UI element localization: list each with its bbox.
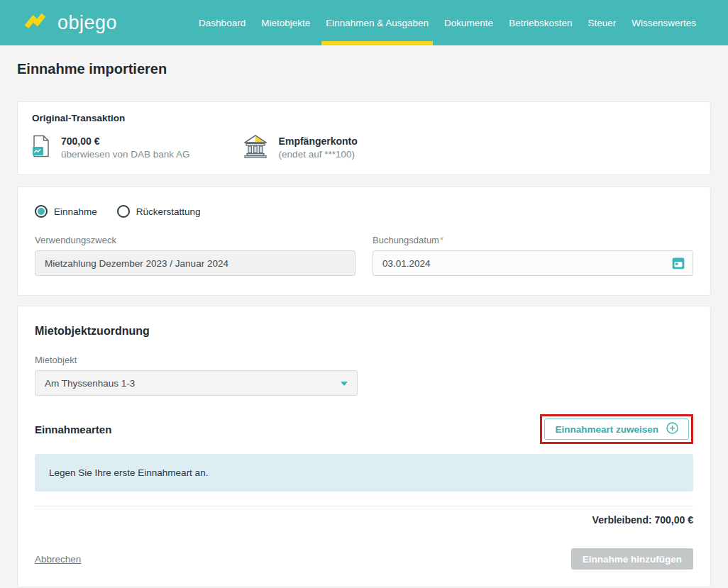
radio-einnahme-circle[interactable] xyxy=(35,205,48,218)
nav-item-mietobjekte[interactable]: Mietobjekte xyxy=(253,0,318,45)
divider xyxy=(35,506,693,506)
income-types-row: Einnahmearten Einnahmeart zuweisen xyxy=(35,414,693,444)
booking-date-input[interactable] xyxy=(373,250,693,276)
bank-icon xyxy=(243,133,268,162)
account-subtitle: (endet auf ***100) xyxy=(279,149,358,160)
income-types-title: Einnahmearten xyxy=(35,423,111,436)
assignment-card: Mietobjektzuordnung Mietobjekt Am Thysse… xyxy=(17,306,711,587)
booking-date-field-group: Buchungsdatum* xyxy=(373,235,693,276)
original-transaction-title: Original-Transaktion xyxy=(32,113,696,123)
transaction-account-group: Empfängerkonto (endet auf ***100) xyxy=(243,133,358,162)
transaction-amount: 700,00 € xyxy=(61,135,190,147)
logo-zigzag-icon xyxy=(24,12,50,34)
document-icon xyxy=(32,134,50,161)
account-title: Empfängerkonto xyxy=(279,135,358,147)
transaction-source: überwiesen von DAB bank AG xyxy=(61,149,190,160)
radio-einnahme[interactable]: Einnahme xyxy=(35,205,97,218)
form-fields-row: Verwendungszweck Buchungsdatum* xyxy=(35,235,693,276)
property-label: Mietobjekt xyxy=(35,355,693,365)
radio-rueckerstattung[interactable]: Rückerstattung xyxy=(117,205,201,218)
nav-item-dashboard[interactable]: Dashboard xyxy=(191,0,253,45)
nav-item-betriebskosten[interactable]: Betriebskosten xyxy=(501,0,580,45)
booking-date-label: Buchungsdatum* xyxy=(373,235,693,245)
property-select-value: Am Thyssenhaus 1-3 xyxy=(45,378,135,389)
page-title: Einnahme importieren xyxy=(17,61,711,77)
brand-name: objego xyxy=(57,12,117,34)
cancel-link[interactable]: Abbrechen xyxy=(35,554,81,565)
property-select[interactable]: Am Thyssenhaus 1-3 xyxy=(35,370,358,396)
red-highlight-box: Einnahmeart zuweisen xyxy=(540,414,693,444)
required-marker: * xyxy=(440,235,443,245)
transaction-row: 700,00 € überwiesen von DAB bank AG xyxy=(32,133,696,162)
booking-date-wrapper xyxy=(373,250,693,276)
nav-item-wissenswertes[interactable]: Wissenswertes xyxy=(624,0,704,45)
nav-item-einnahmen-ausgaben[interactable]: Einnahmen & Ausgaben xyxy=(318,0,436,45)
radio-einnahme-label: Einnahme xyxy=(54,206,97,217)
purpose-input[interactable] xyxy=(35,250,355,276)
transaction-account-block: Empfängerkonto (endet auf ***100) xyxy=(279,135,358,160)
radio-rueckerstattung-circle[interactable] xyxy=(117,205,130,218)
original-transaction-card: Original-Transaktion 700,00 € überwiesen… xyxy=(17,101,711,175)
nav-item-steuer[interactable]: Steuer xyxy=(580,0,624,45)
brand-logo[interactable]: objego xyxy=(24,0,117,45)
type-radio-group: Einnahme Rückerstattung xyxy=(35,205,693,218)
transaction-amount-group: 700,00 € überwiesen von DAB bank AG xyxy=(32,134,190,161)
plus-circle-icon xyxy=(666,422,678,436)
radio-rueckerstattung-label: Rückerstattung xyxy=(136,206,201,217)
form-footer: Abbrechen Einnahme hinzufügen xyxy=(35,548,693,570)
app-header: objego Dashboard Mietobjekte Einnahmen &… xyxy=(0,0,728,45)
transaction-amount-block: 700,00 € überwiesen von DAB bank AG xyxy=(61,135,190,160)
entry-form-card: Einnahme Rückerstattung Verwendungszweck… xyxy=(17,187,711,296)
purpose-label: Verwendungszweck xyxy=(35,235,355,245)
assign-income-type-button[interactable]: Einnahmeart zuweisen xyxy=(544,418,689,440)
empty-income-types-banner: Legen Sie Ihre erste Einnahmeart an. xyxy=(35,454,693,492)
nav-item-dokumente[interactable]: Dokumente xyxy=(436,0,501,45)
main-nav: Dashboard Mietobjekte Einnahmen & Ausgab… xyxy=(191,0,704,45)
purpose-field-group: Verwendungszweck xyxy=(35,235,355,276)
assign-income-type-button-label: Einnahmeart zuweisen xyxy=(555,424,658,435)
add-income-button[interactable]: Einnahme hinzufügen xyxy=(571,548,693,570)
calendar-icon[interactable] xyxy=(671,256,685,270)
booking-date-label-text: Buchungsdatum xyxy=(373,235,439,245)
main-content: Einnahme importieren Original-Transaktio… xyxy=(0,61,728,587)
assignment-section-title: Mietobjektzuordnung xyxy=(35,325,693,338)
chevron-down-icon xyxy=(341,382,348,386)
remaining-amount: Verbleibend: 700,00 € xyxy=(35,514,693,526)
